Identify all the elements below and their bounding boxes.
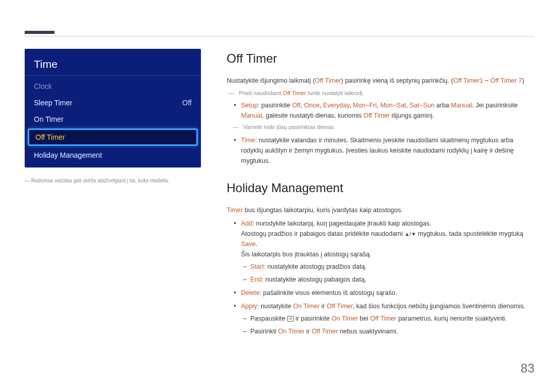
menu-item-label: Sleep Timer (34, 99, 72, 107)
holiday-bullets: Add: nurodykite laikotarpį, kurį pageida… (227, 218, 534, 337)
add-detail-2: Šis laikotarpis bus įtrauktas į atostogų… (241, 249, 534, 259)
holiday-intro: Timer bus išjungtas laikotarpiu, kuris į… (227, 205, 534, 215)
right-column: Off Timer Nustatykite išjungimo laikmatį… (227, 49, 534, 340)
bullet-add: Add: nurodykite laikotarpį, kurį pageida… (241, 218, 534, 285)
page-number: 83 (521, 361, 534, 376)
kw-manual: Manual (241, 112, 262, 119)
note-checkmark: Varnelė rodo jūsų pasirinktas dienas. (243, 123, 534, 132)
bullet-setup: Setup: pasirinkite Off, Once, Everyday, … (241, 100, 534, 132)
menu-item-sleep-timer[interactable]: Sleep Timer Off (25, 95, 201, 111)
kw-off-timer7: Off Timer 7 (490, 77, 522, 84)
left-footnote: Rodomas vaizdas gali skirtis atsižvelgia… (25, 177, 201, 184)
kw-on-timer: On Timer (278, 328, 304, 335)
kw-time: Time (241, 137, 255, 144)
kw-delete: Delete (241, 289, 260, 296)
kw-off-timer: Off Timer (370, 315, 396, 322)
add-detail-1: Atostogų pradžios ir pabaigos datas prid… (241, 229, 534, 249)
kw-manual: Manual (451, 102, 472, 109)
menu-title: Time (25, 49, 201, 76)
add-sublist: Start: nustatykite atostogų pradžios dat… (241, 262, 534, 285)
kw-save: Save (241, 240, 256, 248)
kw-off-timer: Off Timer (363, 112, 390, 119)
bullet-time: Time: nustatykite valandas ir minutes. S… (241, 135, 534, 166)
kw-on-timer: On Timer (331, 315, 358, 322)
apply-sublist: Paspauskite ⏎ ir pasirinkite On Timer be… (241, 313, 534, 337)
menu-item-value: Off (182, 99, 192, 107)
kw-end: End (250, 276, 262, 283)
dash-end: End: nustatykite atostogų pabaigos datą. (250, 274, 534, 285)
menu-item-off-timer[interactable]: Off Timer (28, 128, 198, 146)
kw-add: Add (241, 220, 252, 227)
dash-apply-1: Paspauskite ⏎ ir pasirinkite On Timer be… (250, 313, 534, 324)
kw-off-timer: Off Timer (315, 77, 341, 84)
menu-item-label: Holiday Management (34, 151, 102, 159)
kw-off-timer: Off Timer (311, 328, 338, 335)
menu-item-holiday-management[interactable]: Holiday Management (25, 147, 201, 163)
menu-item-label: Clock (34, 82, 52, 90)
menu-item-label: Off Timer (35, 133, 65, 141)
header-accent (25, 31, 54, 34)
kw-start: Start (250, 263, 264, 270)
kw-timer: Timer (227, 207, 243, 214)
kw-off-timer: Off Timer (283, 90, 306, 96)
kw-setup: Setup (241, 102, 258, 109)
heading-holiday-management: Holiday Management (227, 178, 534, 198)
menu-item-on-timer[interactable]: On Timer (25, 111, 201, 127)
heading-off-timer: Off Timer (227, 49, 534, 68)
bullet-delete: Delete: pašalinkite visus elementus iš a… (241, 288, 534, 298)
page-content: Time Clock Sleep Timer Off On Timer Off … (25, 49, 534, 340)
bullet-apply: Apply: nustatykite On Timer ir Off Timer… (241, 301, 534, 337)
left-column: Time Clock Sleep Timer Off On Timer Off … (25, 49, 201, 340)
off-timer-intro: Nustatykite išjungimo laikmatį (Off Time… (227, 76, 534, 86)
menu-item-clock[interactable]: Clock (25, 78, 201, 95)
enter-icon: ⏎ (287, 316, 294, 322)
kw-off-timer: Off Timer (327, 303, 353, 310)
kw-off-timer1: Off Timer1 (453, 77, 483, 84)
dash-start: Start: nustatykite atostogų pradžios dat… (250, 262, 534, 272)
off-timer-bullets: Setup: pasirinkite Off, Once, Everyday, … (227, 100, 534, 166)
up-down-arrow-icon: ▲/▼ (404, 230, 416, 238)
time-menu-panel: Time Clock Sleep Timer Off On Timer Off … (25, 49, 201, 167)
header-rule (25, 36, 534, 36)
kw-on-timer: On Timer (293, 303, 319, 310)
dash-apply-2: Pasirinkti On Timer ir Off Timer nebus s… (250, 326, 534, 337)
note-clock-required: Prieš naudodami Off Timer turite nustaty… (239, 89, 534, 98)
menu-item-label: On Timer (34, 115, 64, 123)
kw-apply: Apply (241, 303, 257, 310)
